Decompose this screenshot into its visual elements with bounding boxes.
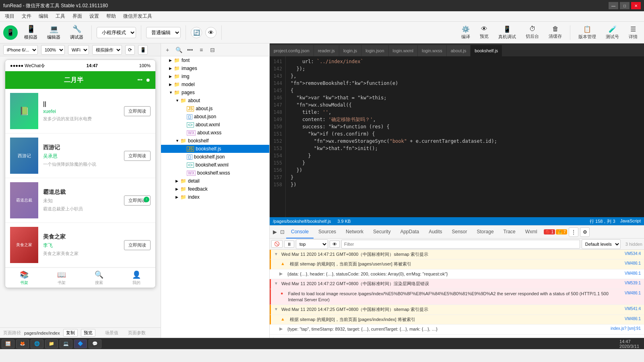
read-button-0[interactable]: 立即阅读 (124, 106, 151, 116)
tree-item-about.js[interactable]: JSabout.js (161, 105, 269, 113)
menu-item-界面[interactable]: 界面 (69, 12, 85, 21)
tree-item-bookshelf.wxml[interactable]: <>bookshelf.wxml (161, 161, 269, 169)
taskbar-vscode[interactable]: 🔷 (74, 339, 87, 348)
tree-item-bookshelf[interactable]: ▼📁bookshelf (161, 137, 269, 145)
tree-item-images[interactable]: ▶📁images (161, 64, 269, 72)
clear-button[interactable]: 🗑 清缓存 (545, 24, 565, 41)
log-child-entry[interactable]: ▲根据 sitemap 的规则[0]，当前页面 [pages/user/user… (270, 259, 644, 269)
more-explorer-button[interactable]: ••• (185, 45, 195, 55)
editor-button[interactable]: 💻 编辑器 (44, 23, 64, 42)
tree-item-img[interactable]: ▶📁img (161, 72, 269, 80)
mode-select[interactable]: 小程序模式 (97, 27, 136, 38)
tree-item-font[interactable]: ▶📁font (161, 56, 269, 64)
editor-tab-reader-js[interactable]: reader.js (314, 45, 339, 56)
devtools-tab-security[interactable]: Security (368, 226, 395, 239)
tree-item-about[interactable]: ▼📁about (161, 97, 269, 105)
phone-nav-bookshelf[interactable]: 📚 书架 (5, 268, 43, 288)
editor-tab-about-js[interactable]: about.js (447, 45, 471, 56)
taskbar-terminal[interactable]: 💻 (60, 339, 72, 348)
new-file-button[interactable]: + (163, 45, 172, 55)
log-child-entry[interactable]: ▲根据 sitemap 的规则[0]，当前页面 [pages/index/ind… (270, 315, 644, 325)
tree-item-about.wxss[interactable]: WXabout.wxss (161, 129, 269, 137)
refresh-button[interactable]: 🔄 (191, 27, 202, 38)
menu-item-帮助[interactable]: 帮助 (103, 12, 119, 21)
console-levels-select[interactable]: Default levels (582, 239, 621, 249)
menu-item-文件[interactable]: 文件 (19, 12, 35, 21)
tree-item-bookshelf.js[interactable]: JSbookshelf.js (161, 145, 269, 153)
code-area[interactable]: 1411421431441451461471481491501511521531… (270, 56, 644, 217)
phone-nav-profile[interactable]: 👤 我的 (118, 268, 155, 288)
console-pause-button[interactable]: ⏸ (284, 241, 294, 248)
devtools-tab-trace[interactable]: Trace (499, 226, 520, 239)
editor-tab-login-wxml[interactable]: login.wxml (389, 45, 418, 56)
log-entry[interactable]: ▼Wed Mar 11 2020 14:47:22 GMT+0800（中国标准时… (270, 279, 644, 289)
code-content[interactable]: url: `../index/index` });},"fn">removeBo… (286, 56, 644, 217)
menu-item-工具[interactable]: 工具 (52, 12, 68, 21)
search-explorer-button[interactable]: 🔍 (174, 45, 184, 55)
taskbar-chrome[interactable]: 🌐 (31, 339, 43, 348)
maximize-button[interactable]: □ (620, 2, 630, 9)
devtools-settings-button[interactable]: ⚙ (580, 227, 590, 237)
rotate-button[interactable]: ⟳ (125, 45, 135, 55)
devtools-filter-button[interactable]: ⋮ (569, 227, 578, 237)
editor-tab-bookshelf-js[interactable]: bookshelf.js (471, 45, 502, 56)
devtools-tab-console[interactable]: Console (286, 226, 314, 239)
devtools-toggle-button[interactable]: ▶ (271, 227, 279, 237)
tree-item-bookshelf.json[interactable]: {}bookshelf.json (161, 153, 269, 161)
devtools-tab-sources[interactable]: Sources (314, 226, 341, 239)
menu-item-设置[interactable]: 设置 (86, 12, 102, 21)
devtools-tab-wxml[interactable]: Wxml (520, 226, 542, 239)
read-button-3[interactable]: 立即阅读 (124, 240, 151, 250)
log-child-entry[interactable]: ▶{data: {…}, header: {…}, statusCode: 20… (270, 269, 644, 279)
eye-button[interactable]: 👁 (205, 27, 217, 38)
editor-tab-login-wxss[interactable]: login.wxss (418, 45, 447, 56)
collapse-button[interactable]: ⊟ (208, 45, 217, 55)
read-button-2[interactable]: 立即!阅读 (124, 195, 151, 206)
taskbar-explorer[interactable]: 📁 (45, 339, 58, 348)
read-button-1[interactable]: 立即阅读 (124, 151, 151, 161)
minimize-button[interactable]: — (609, 2, 618, 9)
log-entry[interactable]: ▼Wed Mar 11 2020 14:47:25 GMT+0800（中国标准时… (270, 305, 644, 315)
network-select[interactable]: WiFi (68, 45, 89, 55)
console-clear-button[interactable]: 🚫 (271, 240, 283, 248)
menu-item-微信开发工具[interactable]: 微信开发工具 (120, 12, 155, 21)
taskbar-weixin[interactable]: 💬 (89, 339, 101, 348)
sort-button[interactable]: ≡ (196, 45, 206, 55)
phone-button[interactable]: 📱 (138, 45, 148, 55)
tree-item-pages[interactable]: ▼📁pages (161, 88, 269, 97)
debugger-button[interactable]: 🔧 调试器 (67, 23, 87, 42)
operation-select[interactable]: 模拟操作 (92, 45, 122, 55)
copy-path-button[interactable]: 复制 (63, 329, 78, 337)
tree-item-about.json[interactable]: {}about.json (161, 113, 269, 121)
devtools-tab-network[interactable]: Network (341, 226, 368, 239)
editor-select[interactable]: 普通编辑 (146, 27, 181, 38)
cutbg-button[interactable]: ⏱ 切后台 (522, 24, 542, 41)
tree-item-bookshelf.wxss[interactable]: WXbookshelf.wxss (161, 169, 269, 177)
phone-nav-reading[interactable]: 📖 书架 (43, 268, 80, 288)
version-button[interactable]: 📋 版本管理 (575, 24, 599, 41)
editor-tab-login-json[interactable]: login.json (361, 45, 388, 56)
menu-item-项目[interactable]: 项目 (2, 12, 18, 21)
device-select[interactable]: iPhone 6/... (3, 45, 38, 55)
devtools-tab-storage[interactable]: Storage (472, 226, 499, 239)
tree-item-about.wxml[interactable]: <>about.wxml (161, 121, 269, 129)
log-child-entry[interactable]: ●Failed to load local image resource /pa… (270, 289, 644, 305)
editor-tab-project-config-json[interactable]: project.config.json (270, 45, 314, 56)
preview-button[interactable]: 👁 预览 (477, 24, 492, 41)
tree-item-model[interactable]: ▶📁model (161, 80, 269, 88)
preview-path-button[interactable]: 预览 (81, 329, 95, 337)
compile-button[interactable]: ⚙️ 编译 (458, 24, 473, 41)
log-child-entry[interactable]: ▶{type: "tap", timeStamp: 8932, target: … (270, 325, 644, 334)
simulator-button[interactable]: 📱 模拟器 (21, 23, 41, 42)
console-filter-input[interactable] (341, 240, 580, 249)
console-prompt[interactable]: > (270, 335, 644, 338)
taskbar-firefox[interactable]: 🦊 (16, 339, 29, 348)
tree-item-feedback[interactable]: ▶📁feedback (161, 185, 269, 193)
console-frame-select[interactable]: top (296, 239, 328, 249)
devtools-tab-appdata[interactable]: AppData (395, 226, 424, 239)
test-button[interactable]: 🧪 测试号 (603, 24, 622, 41)
phone-nav-search[interactable]: 🔍 搜索 (80, 268, 118, 288)
log-entry[interactable]: ▼Wed Mar 11 2020 14:47:21 GMT+0800（中国标准时… (270, 250, 644, 259)
taskbar-start[interactable]: 🪟 (2, 339, 14, 348)
menu-item-编辑[interactable]: 编辑 (35, 12, 52, 21)
